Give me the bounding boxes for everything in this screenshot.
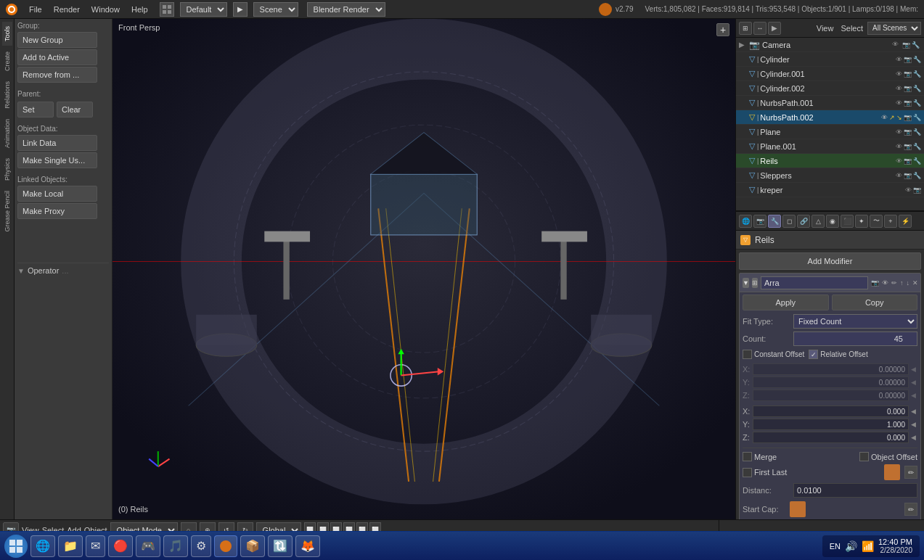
obj-offset-edit-icon[interactable]: ✏ xyxy=(904,466,917,479)
outliner-item-camera[interactable]: ▶ 📷 Camera 👁 📷 🔧 xyxy=(736,38,924,52)
outliner-item-plane[interactable]: ▽ | Plane 👁 📷 🔧 xyxy=(736,125,924,139)
start-button[interactable] xyxy=(4,535,28,558)
plane-render-icon[interactable]: 🔧 xyxy=(913,128,921,136)
workspace-select[interactable]: Default xyxy=(180,2,227,17)
plane001-eye-icon[interactable]: 👁 xyxy=(896,143,902,150)
clear-parent-button[interactable]: Clear xyxy=(57,102,93,118)
modifier-expand-icon[interactable]: ▼ xyxy=(743,278,749,288)
plane001-render-icon[interactable]: 🔧 xyxy=(913,143,921,150)
prop-icon-2[interactable]: ↔ xyxy=(753,22,766,35)
tab-grease-pencil[interactable]: Grease Pencil xyxy=(2,186,12,236)
outliner-item-kreper[interactable]: ▽ | kreper 👁 📷 xyxy=(736,183,924,197)
camera-render-icon[interactable]: 🔧 xyxy=(912,41,920,49)
outliner-item-nurbspath002[interactable]: ▽ | NurbsPath.002 👁 ↗ ↘ 📷 🔧 xyxy=(736,110,924,125)
taskbar-app9-icon[interactable]: 🦊 xyxy=(295,535,320,557)
apply-button[interactable]: Apply xyxy=(743,295,829,310)
kreper-cam-icon[interactable]: 📷 xyxy=(913,186,921,194)
constant-offset-checkbox[interactable] xyxy=(743,350,752,359)
modifier-delete-icon[interactable]: ✕ xyxy=(912,279,918,287)
make-local-button[interactable]: Make Local xyxy=(17,186,97,202)
taskbar-app5-icon[interactable]: ⚙ xyxy=(191,535,211,557)
prop-tab-constraint[interactable]: 🔗 xyxy=(797,215,810,228)
cyl001-eye-icon[interactable]: 👁 xyxy=(896,70,902,78)
taskbar-ie-icon[interactable]: 🌐 xyxy=(30,535,55,557)
copy-button[interactable]: Copy xyxy=(832,295,918,310)
prop-icon-3[interactable]: ▶ xyxy=(768,22,781,35)
modifier-render-icon[interactable]: 👁 xyxy=(882,279,888,287)
viewport-add-button[interactable]: + xyxy=(716,23,729,36)
modifier-name-input[interactable] xyxy=(761,276,868,289)
make-proxy-button[interactable]: Make Proxy xyxy=(17,203,97,219)
modifier-up-icon[interactable]: ↑ xyxy=(900,279,904,287)
taskbar-folder-icon[interactable]: 📁 xyxy=(58,535,83,557)
cyl001-cam-icon[interactable]: 📷 xyxy=(904,70,912,78)
reils-eye-icon[interactable]: 👁 xyxy=(896,157,902,165)
cz-arrow-icon[interactable]: ◀ xyxy=(909,392,917,399)
tray-network-icon[interactable]: 📶 xyxy=(862,540,874,552)
cy-input[interactable] xyxy=(753,376,909,388)
cyl-cam-icon[interactable]: 📷 xyxy=(904,56,912,63)
nurbs002-cam-icon[interactable]: 📷 xyxy=(904,114,912,121)
link-data-button[interactable]: Link Data xyxy=(17,135,97,151)
cyl-eye-icon[interactable]: 👁 xyxy=(896,56,902,63)
plane-cam-icon[interactable]: 📷 xyxy=(904,128,912,136)
taskbar-app8-icon[interactable]: 🔃 xyxy=(268,535,293,557)
nurbs002-render-icon[interactable]: 🔧 xyxy=(913,114,921,121)
plane-eye-icon[interactable]: 👁 xyxy=(896,128,902,136)
rz-arrow-icon[interactable]: ◀ xyxy=(909,434,917,441)
outliner-item-cylinder[interactable]: ▽ | Cylinder 👁 📷 🔧 xyxy=(736,52,924,67)
outliner-item-cylinder002[interactable]: ▽ | Cylinder.002 👁 📷 🔧 xyxy=(736,81,924,96)
outliner-item-nurbspath001[interactable]: ▽ | NurbsPath.001 👁 📷 🔧 xyxy=(736,96,924,110)
add-to-active-button[interactable]: Add to Active xyxy=(17,49,97,65)
prop-tab-render[interactable]: 📷 xyxy=(753,215,766,228)
fit-type-select[interactable]: Fixed Count xyxy=(793,314,917,329)
engine-select[interactable]: Blender Render xyxy=(307,2,385,17)
prop-tab-extra[interactable]: + xyxy=(884,215,897,228)
camera-eye-icon[interactable]: 👁 xyxy=(892,41,901,49)
cyl002-cam-icon[interactable]: 📷 xyxy=(904,85,912,92)
object-offset-checkbox[interactable] xyxy=(859,452,869,461)
ry-arrow-icon[interactable]: ◀ xyxy=(909,421,917,428)
rx-arrow-icon[interactable]: ◀ xyxy=(909,408,917,415)
tray-speaker-icon[interactable]: 🔊 xyxy=(845,540,857,552)
kreper-eye-icon[interactable]: 👁 xyxy=(905,186,912,194)
prop-tab-object[interactable]: ◻ xyxy=(782,215,796,228)
taskbar-opera-icon[interactable]: 🔴 xyxy=(108,535,133,557)
prop-tab-data[interactable]: △ xyxy=(811,215,825,228)
outliner-item-reils[interactable]: ▽ | Reils 👁 📷 🔧 xyxy=(736,154,924,168)
tab-physics[interactable]: Physics xyxy=(2,154,12,185)
tab-relations[interactable]: Relations xyxy=(2,77,12,113)
start-cap-edit-icon[interactable]: ✏ xyxy=(904,503,917,516)
first-last-checkbox[interactable] xyxy=(743,468,752,477)
taskbar-app7-icon[interactable]: 📦 xyxy=(240,535,265,557)
sleppers-render-icon[interactable]: 🔧 xyxy=(913,172,921,179)
distance-input[interactable] xyxy=(793,483,917,498)
modifier-camera-icon[interactable]: 📷 xyxy=(871,279,879,287)
rz-input[interactable] xyxy=(753,432,909,443)
prop-tab-scene[interactable]: 🌐 xyxy=(739,215,752,228)
outliner-item-plane001[interactable]: ▽ | Plane.001 👁 📷 🔧 xyxy=(736,139,924,154)
merge-checkbox[interactable] xyxy=(743,452,752,461)
taskbar-game-icon[interactable]: 🎮 xyxy=(136,535,160,557)
outliner-view-btn[interactable]: View xyxy=(817,24,834,33)
cy-arrow-icon[interactable]: ◀ xyxy=(909,379,917,386)
prop-tab-modifier[interactable]: 🔧 xyxy=(768,215,781,228)
prop-tab-extra2[interactable]: ⚡ xyxy=(899,215,912,228)
cyl001-render-icon[interactable]: 🔧 xyxy=(913,70,921,78)
reils-cam-icon[interactable]: 📷 xyxy=(904,157,912,165)
relative-offset-checkbox[interactable]: ✓ xyxy=(809,350,818,359)
set-parent-button[interactable]: Set xyxy=(17,102,54,118)
modifier-down-icon[interactable]: ↓ xyxy=(906,279,909,287)
viewport[interactable]: Front Persp + (0) Reils xyxy=(113,19,735,519)
prop-icon-1[interactable]: ⊞ xyxy=(739,22,752,35)
menu-window[interactable]: Window xyxy=(86,4,126,15)
tab-create[interactable]: Create xyxy=(2,47,12,75)
rx-input[interactable] xyxy=(753,405,909,417)
ry-input[interactable] xyxy=(753,419,909,430)
reils-render-icon[interactable]: 🔧 xyxy=(913,157,921,165)
prop-tab-particles[interactable]: ✦ xyxy=(855,215,868,228)
sleppers-cam-icon[interactable]: 📷 xyxy=(904,172,912,179)
cx-arrow-icon[interactable]: ◀ xyxy=(909,366,917,373)
cx-input[interactable] xyxy=(753,363,909,375)
taskbar-mail-icon[interactable]: ✉ xyxy=(86,535,105,557)
